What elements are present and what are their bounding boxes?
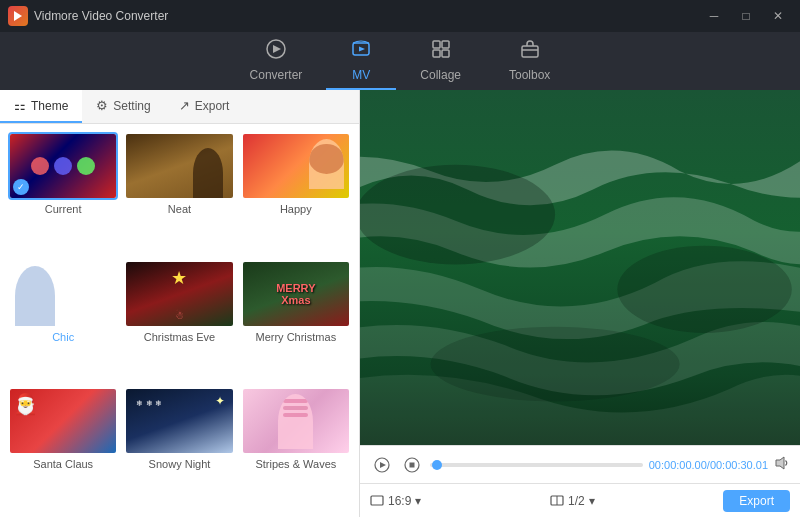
tab-toolbox[interactable]: Toolbox [485, 32, 574, 90]
svg-rect-5 [442, 41, 449, 48]
theme-item-chic[interactable]: Chic [8, 260, 118, 382]
tab-mv-label: MV [352, 68, 370, 82]
theme-item-merry-christmas[interactable]: MERRYXmas Merry Christmas [241, 260, 351, 382]
theme-thumb-stripes-waves [241, 387, 351, 455]
app-icon [8, 6, 28, 26]
theme-thumb-santa-claus: 🎅 [8, 387, 118, 455]
progress-handle[interactable] [432, 460, 442, 470]
theme-item-current[interactable]: ✓ Current [8, 132, 118, 254]
video-preview [360, 90, 800, 445]
export-button[interactable]: Export [723, 490, 790, 512]
subtab-theme[interactable]: ⚏ Theme [0, 90, 82, 123]
ratio-select[interactable]: 16:9 ▾ [370, 494, 421, 508]
nav-bar: Converter MV Collage [0, 32, 800, 90]
theme-label-neat: Neat [168, 203, 191, 215]
theme-grid: ✓ Current Neat [0, 124, 359, 517]
minimize-button[interactable]: ─ [700, 6, 728, 26]
theme-selected-check: ✓ [13, 179, 29, 195]
theme-item-stripes-waves[interactable]: Stripes & Waves [241, 387, 351, 509]
sub-tabs: ⚏ Theme ⚙ Setting ↗ Export [0, 90, 359, 124]
left-panel: ⚏ Theme ⚙ Setting ↗ Export [0, 90, 360, 517]
theme-item-santa-claus[interactable]: 🎅 Santa Claus [8, 387, 118, 509]
mv-icon [350, 38, 372, 65]
theme-label-happy: Happy [280, 203, 312, 215]
converter-icon [265, 38, 287, 65]
svg-rect-19 [371, 496, 383, 505]
stop-button[interactable] [400, 455, 424, 475]
subtab-setting-label: Setting [113, 99, 150, 113]
svg-point-11 [360, 165, 555, 265]
svg-rect-6 [433, 50, 440, 57]
tab-converter-label: Converter [250, 68, 303, 82]
svg-rect-4 [433, 41, 440, 48]
theme-thumb-neat [124, 132, 234, 200]
title-bar-controls: ─ □ ✕ [700, 6, 792, 26]
theme-label-snowy-night: Snowy Night [149, 458, 211, 470]
toolbox-icon [519, 38, 541, 65]
subtab-export[interactable]: ↗ Export [165, 90, 244, 123]
close-button[interactable]: ✕ [764, 6, 792, 26]
progress-bar[interactable] [430, 463, 643, 467]
tab-collage-label: Collage [420, 68, 461, 82]
svg-rect-17 [410, 462, 415, 467]
split-value: 1/2 [568, 494, 585, 508]
tab-converter[interactable]: Converter [226, 32, 327, 90]
right-panel: 00:00:00.00/00:00:30.01 16:9 ▾ 1/2 ▾ Exp… [360, 90, 800, 517]
theme-thumb-current: ✓ [8, 132, 118, 200]
theme-item-christmas-eve[interactable]: ★ ☃ Christmas Eve [124, 260, 234, 382]
theme-item-neat[interactable]: Neat [124, 132, 234, 254]
ocean-bg [360, 90, 800, 445]
svg-rect-7 [442, 50, 449, 57]
subtab-setting[interactable]: ⚙ Setting [82, 90, 164, 123]
svg-marker-2 [273, 45, 281, 53]
video-controls: 00:00:00.00/00:00:30.01 [360, 445, 800, 483]
theme-icon: ⚏ [14, 98, 26, 113]
restore-button[interactable]: □ [732, 6, 760, 26]
theme-label-stripes-waves: Stripes & Waves [255, 458, 336, 470]
theme-label-merry-christmas: Merry Christmas [255, 331, 336, 343]
volume-button[interactable] [774, 455, 790, 474]
split-select[interactable]: 1/2 ▾ [550, 494, 595, 508]
tab-mv[interactable]: MV [326, 32, 396, 90]
tab-collage[interactable]: Collage [396, 32, 485, 90]
title-bar: Vidmore Video Converter ─ □ ✕ [0, 0, 800, 32]
theme-thumb-chic [8, 260, 118, 328]
export-icon: ↗ [179, 98, 190, 113]
time-display: 00:00:00.00/00:00:30.01 [649, 459, 768, 471]
theme-thumb-snowy-night: ✦ ❄ ❄ ❄ [124, 387, 234, 455]
theme-thumb-christmas-eve: ★ ☃ [124, 260, 234, 328]
theme-thumb-merry-christmas: MERRYXmas [241, 260, 351, 328]
ratio-value: 16:9 [388, 494, 411, 508]
ocean-svg [360, 90, 800, 445]
ratio-chevron: ▾ [415, 494, 421, 508]
svg-rect-8 [522, 46, 538, 57]
play-button[interactable] [370, 455, 394, 475]
subtab-theme-label: Theme [31, 99, 68, 113]
svg-point-13 [431, 327, 680, 402]
theme-item-snowy-night[interactable]: ✦ ❄ ❄ ❄ Snowy Night [124, 387, 234, 509]
title-bar-left: Vidmore Video Converter [8, 6, 168, 26]
video-footer: 16:9 ▾ 1/2 ▾ Export [360, 483, 800, 517]
setting-icon: ⚙ [96, 98, 108, 113]
split-chevron: ▾ [589, 494, 595, 508]
svg-marker-0 [14, 11, 22, 21]
collage-icon [430, 38, 452, 65]
main-content: ⚏ Theme ⚙ Setting ↗ Export [0, 90, 800, 517]
theme-thumb-happy [241, 132, 351, 200]
theme-label-current: Current [45, 203, 82, 215]
theme-label-santa-claus: Santa Claus [33, 458, 93, 470]
svg-marker-18 [776, 457, 784, 469]
theme-label-christmas-eve: Christmas Eve [144, 331, 216, 343]
tab-toolbox-label: Toolbox [509, 68, 550, 82]
svg-marker-15 [380, 462, 386, 468]
app-title: Vidmore Video Converter [34, 9, 168, 23]
svg-point-12 [617, 246, 791, 333]
subtab-export-label: Export [195, 99, 230, 113]
theme-item-happy[interactable]: Happy [241, 132, 351, 254]
theme-label-chic: Chic [52, 331, 74, 343]
